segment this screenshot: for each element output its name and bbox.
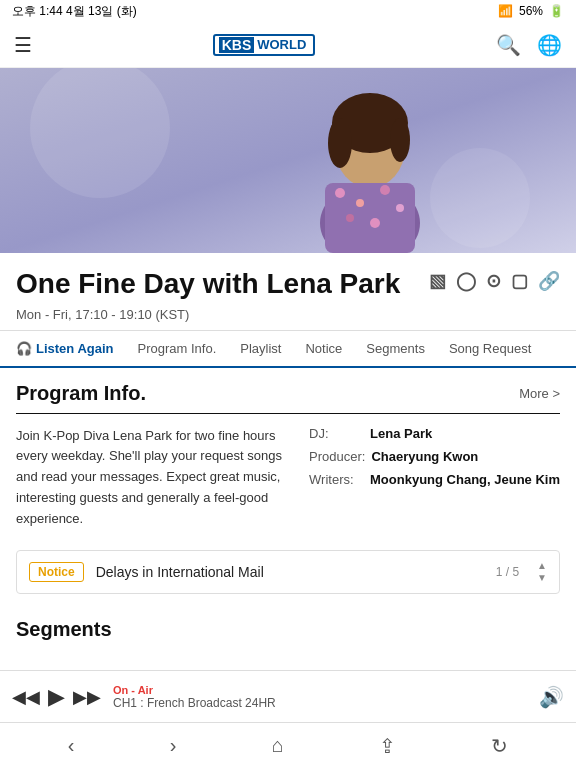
globe-icon[interactable]: 🌐 [537,33,562,57]
svg-point-5 [328,118,352,168]
notice-counter: 1 / 5 [496,565,519,579]
svg-point-9 [335,188,345,198]
player-next-button[interactable]: ▶▶ [73,686,101,708]
svg-point-2 [430,148,530,248]
program-info-section: Program Info. More > Join K-Pop Diva Len… [0,368,576,540]
dj-label: DJ: [309,426,364,441]
svg-point-6 [390,118,410,162]
show-social-icons: ▧ ◯ ⊙ ▢ 🔗 [429,271,560,293]
status-icons: 📶 56% 🔋 [498,4,564,18]
notice-bar[interactable]: Notice Delays in International Mail 1 / … [16,550,560,594]
segments-section: Segments [0,604,576,649]
player-controls: ◀◀ ▶ ▶▶ [12,684,101,710]
chat-icon[interactable]: ◯ [456,271,476,293]
notice-text: Delays in International Mail [96,564,484,580]
tab-program-info[interactable]: Program Info. [126,331,229,368]
writers-label: Writers: [309,472,364,487]
section-divider [16,413,560,414]
bottom-nav: ‹ › ⌂ ⇪ ↻ [0,722,576,768]
status-time: 오후 1:44 4월 13일 (화) [12,3,137,20]
program-description: Join K-Pop Diva Lena Park for two fine h… [16,426,289,530]
nav-home-button[interactable]: ⌂ [252,734,304,757]
show-schedule: Mon - Fri, 17:10 - 19:10 (KST) [16,307,560,322]
tab-notice[interactable]: Notice [293,331,354,368]
notice-arrows: ▲ ▼ [537,561,547,583]
status-bar: 오후 1:44 4월 13일 (화) 📶 56% 🔋 [0,0,576,22]
notice-tag: Notice [29,562,84,582]
section-title: Program Info. [16,382,146,405]
player-channel: CH1 : French Broadcast 24HR [113,696,527,710]
svg-point-13 [346,214,354,222]
player-on-air: On - Air [113,684,527,696]
nav-refresh-button[interactable]: ↻ [471,734,528,758]
svg-point-14 [370,218,380,228]
player-info: On - Air CH1 : French Broadcast 24HR [113,684,527,710]
bottom-player: ◀◀ ▶ ▶▶ On - Air CH1 : French Broadcast … [0,670,576,722]
volume-icon[interactable]: 🔊 [539,685,564,709]
radio-wifi-icon[interactable]: ⊙ [486,271,501,293]
svg-point-12 [396,204,404,212]
wifi-icon: 📶 [498,4,513,18]
player-prev-button[interactable]: ◀◀ [12,686,40,708]
meta-writers-row: Writers: Moonkyung Chang, Jeune Kim [309,472,560,487]
dj-value: Lena Park [370,426,432,441]
show-info: One Fine Day with Lena Park ▧ ◯ ⊙ ▢ 🔗 Mo… [0,253,576,331]
headphone-icon: 🎧 [16,341,32,356]
arrow-up-icon[interactable]: ▲ [537,561,547,571]
battery-icon: 🔋 [549,4,564,18]
nav-share-button[interactable]: ⇪ [359,734,416,758]
svg-point-10 [356,199,364,207]
player-play-button[interactable]: ▶ [48,684,65,710]
instagram-icon[interactable]: ▢ [511,271,528,293]
section-header: Program Info. More > [16,382,560,405]
meta-producer-row: Producer: Chaeryung Kwon [309,449,560,464]
show-title-text: One Fine Day with Lena Park [16,267,429,301]
program-info-content: Join K-Pop Diva Lena Park for two fine h… [16,426,560,530]
tab-segments[interactable]: Segments [354,331,437,368]
menu-icon[interactable]: ☰ [14,33,32,57]
more-button[interactable]: More > [519,386,560,401]
arrow-down-icon[interactable]: ▼ [537,573,547,583]
writers-value: Moonkyung Chang, Jeune Kim [370,472,560,487]
tab-song-request[interactable]: Song Request [437,331,543,368]
tab-bar: 🎧 Listen Again Program Info. Playlist No… [0,331,576,368]
svg-point-11 [380,185,390,195]
program-meta: DJ: Lena Park Producer: Chaeryung Kwon W… [309,426,560,530]
segments-title: Segments [16,618,560,641]
app-header: ☰ KBS WORLD 🔍 🌐 [0,22,576,68]
nav-forward-button[interactable]: › [150,734,197,757]
link-icon[interactable]: 🔗 [538,271,560,293]
header-actions: 🔍 🌐 [496,33,562,57]
hero-image [0,68,576,253]
tab-listen-again[interactable]: 🎧 Listen Again [4,331,126,368]
search-icon[interactable]: 🔍 [496,33,521,57]
producer-label: Producer: [309,449,365,464]
show-title-row: One Fine Day with Lena Park ▧ ◯ ⊙ ▢ 🔗 [16,267,560,301]
hero-background [0,68,576,253]
tab-playlist[interactable]: Playlist [228,331,293,368]
kbs-logo: KBS WORLD [213,34,316,56]
meta-dj-row: DJ: Lena Park [309,426,560,441]
app-store-icon[interactable]: ▧ [429,271,446,293]
battery-level: 56% [519,4,543,18]
producer-value: Chaeryung Kwon [371,449,478,464]
nav-back-button[interactable]: ‹ [48,734,95,757]
